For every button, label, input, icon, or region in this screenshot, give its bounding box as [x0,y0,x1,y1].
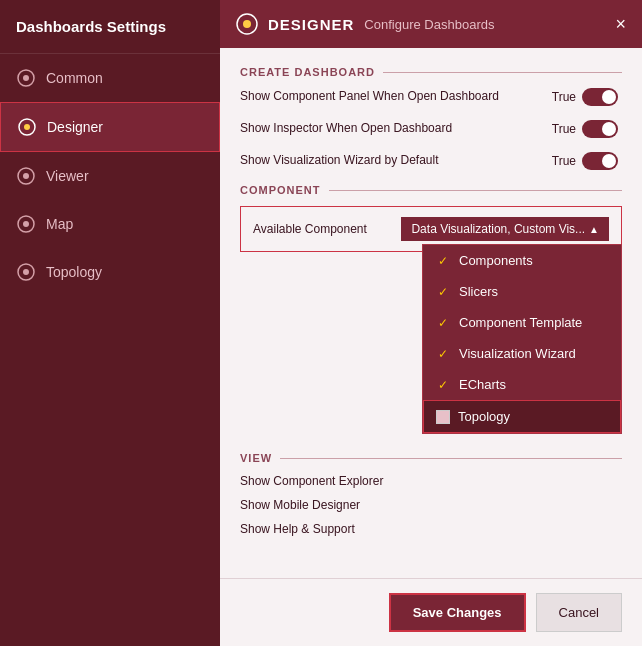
sidebar-item-common-label: Common [46,70,103,86]
view-link-component-explorer[interactable]: Show Component Explorer [240,474,622,488]
view-section-label: VIEW [240,452,622,464]
check-icon-component-template: ✓ [435,316,451,330]
check-icon-echarts: ✓ [435,378,451,392]
cancel-button[interactable]: Cancel [536,593,622,632]
create-dashboard-section-label: CREATE DASHBOARD [240,66,622,78]
dropdown-item-visualization-wizard[interactable]: ✓ Visualization Wizard [423,338,621,369]
dropdown-item-echarts[interactable]: ✓ ECharts [423,369,621,400]
designer-icon [17,117,37,137]
sidebar-item-viewer-label: Viewer [46,168,89,184]
svg-point-5 [23,173,29,179]
header: DESIGNER Configure Dashboards × [220,0,642,48]
sidebar-item-viewer[interactable]: Viewer [0,152,220,200]
toggle-value-0: True [552,90,576,104]
setting-row-component-panel: Show Component Panel When Open Dashboard… [240,88,622,106]
main-container: Dashboards Settings Common Designer View… [0,0,642,646]
available-row: Available Component Data Visualization, … [253,217,609,241]
setting-label-inspector: Show Inspector When Open Dashboard [240,121,452,137]
view-section: VIEW Show Component Explorer Show Mobile… [240,452,622,536]
footer: Save Changes Cancel [220,578,642,646]
dropdown-item-label-components: Components [459,253,533,268]
view-link-mobile-designer[interactable]: Show Mobile Designer [240,498,622,512]
setting-label-wizard: Show Visualization Wizard by Default [240,153,439,169]
setting-row-wizard: Show Visualization Wizard by Default Tru… [240,152,622,170]
sidebar-item-topology[interactable]: Topology [0,248,220,296]
sidebar-item-topology-label: Topology [46,264,102,280]
checkbox-topology[interactable] [436,410,450,424]
dropdown-item-components[interactable]: ✓ Components [423,245,621,276]
toggle-switch-1[interactable] [582,120,618,138]
common-icon [16,68,36,88]
setting-label-component-panel: Show Component Panel When Open Dashboard [240,89,499,105]
check-icon-slicers: ✓ [435,285,451,299]
svg-point-7 [23,221,29,227]
header-left: DESIGNER Configure Dashboards [236,13,494,35]
sidebar: Dashboards Settings Common Designer View… [0,0,220,646]
topology-icon [16,262,36,282]
header-title: Configure Dashboards [364,17,494,32]
sidebar-item-common[interactable]: Common [0,54,220,102]
toggle-switch-2[interactable] [582,152,618,170]
sidebar-item-designer[interactable]: Designer [0,102,220,152]
dropdown-item-label-echarts: ECharts [459,377,506,392]
dropdown-item-label-component-template: Component Template [459,315,582,330]
svg-point-1 [23,75,29,81]
dropdown-item-component-template[interactable]: ✓ Component Template [423,307,621,338]
dropdown-item-label-topology: Topology [458,409,510,424]
app-name: DESIGNER [268,16,354,33]
dropdown-item-label-visualization-wizard: Visualization Wizard [459,346,576,361]
component-section-label: COMPONENT [240,184,622,196]
viewer-icon [16,166,36,186]
check-icon-components: ✓ [435,254,451,268]
dropdown-menu: ✓ Components ✓ Slicers ✓ Component Templ… [422,244,622,434]
close-button[interactable]: × [615,15,626,33]
dropdown-item-topology[interactable]: Topology [423,400,621,433]
toggle-value-2: True [552,154,576,168]
sidebar-item-map[interactable]: Map [0,200,220,248]
sidebar-title: Dashboards Settings [0,0,220,54]
svg-point-11 [243,20,251,28]
setting-row-inspector: Show Inspector When Open Dashboard True [240,120,622,138]
app-logo-icon [236,13,258,35]
toggle-inspector[interactable]: True [552,120,618,138]
save-changes-button[interactable]: Save Changes [389,593,526,632]
toggle-switch-0[interactable] [582,88,618,106]
available-label: Available Component [253,222,367,236]
main-content: DESIGNER Configure Dashboards × CREATE D… [220,0,642,646]
check-icon-visualization-wizard: ✓ [435,347,451,361]
dropdown-value: Data Visualization, Custom Vis... [411,222,585,236]
toggle-wizard[interactable]: True [552,152,618,170]
chevron-up-icon: ▲ [589,224,599,235]
content-area: CREATE DASHBOARD Show Component Panel Wh… [220,48,642,578]
available-component-dropdown[interactable]: Data Visualization, Custom Vis... ▲ [401,217,609,241]
svg-point-9 [23,269,29,275]
svg-point-3 [24,124,30,130]
dropdown-item-label-slicers: Slicers [459,284,498,299]
map-icon [16,214,36,234]
sidebar-item-designer-label: Designer [47,119,103,135]
sidebar-item-map-label: Map [46,216,73,232]
view-link-help-support[interactable]: Show Help & Support [240,522,622,536]
component-section: Available Component Data Visualization, … [240,206,622,252]
toggle-component-panel[interactable]: True [552,88,618,106]
toggle-value-1: True [552,122,576,136]
dropdown-item-slicers[interactable]: ✓ Slicers [423,276,621,307]
